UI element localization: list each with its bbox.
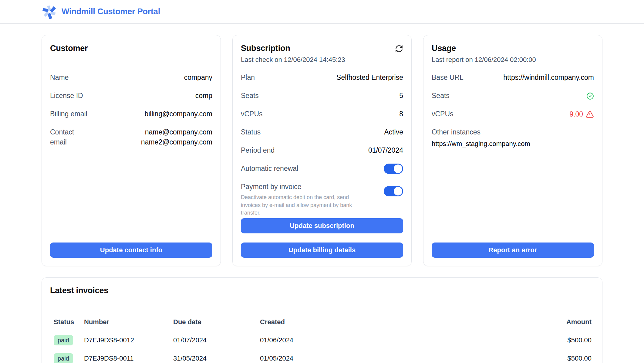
column-header-number: Number: [84, 313, 173, 331]
top-bar: Windmill Customer Portal: [0, 0, 644, 24]
contact-email-value-2: name2@company.com: [141, 137, 212, 147]
contact-email-value: name@company.com name2@company.com: [141, 127, 212, 148]
invoice-status-cell: paid: [50, 349, 84, 363]
status-row: Status Active: [241, 127, 403, 137]
toggle-knob: [394, 187, 402, 195]
app-title: Windmill Customer Portal: [62, 7, 160, 16]
usage-card-header: Usage Last report on 12/06/2024 02:00:00: [432, 43, 594, 73]
invoice-amount-cell: $500.00: [527, 331, 594, 349]
usage-seats-label: Seats: [432, 91, 450, 101]
payment-by-invoice-text: Payment by invoice Deactivate automatic …: [241, 182, 368, 217]
base-url-label: Base URL: [432, 73, 464, 83]
customer-name-row: Name company: [50, 73, 212, 83]
customer-card-title: Customer: [50, 43, 88, 54]
subscription-last-check: Last check on 12/06/2024 14:45:23: [241, 56, 345, 64]
payment-by-invoice-label: Payment by invoice: [241, 183, 301, 191]
payment-by-invoice-row: Payment by invoice Deactivate automatic …: [241, 182, 403, 210]
column-header-created: Created: [260, 313, 527, 331]
customer-billing-email-row: Billing email billing@company.com: [50, 109, 212, 119]
invoice-due-date-cell: 01/07/2024: [173, 331, 260, 349]
invoice-number-cell: D7EJ9DS8-0012: [84, 331, 173, 349]
customer-card-header: Customer: [50, 43, 212, 73]
period-end-row: Period end 01/07/2024: [241, 145, 403, 156]
automatic-renewal-toggle[interactable]: [384, 164, 403, 174]
other-instances-block: Other instances https://wm_staging.compa…: [432, 127, 594, 148]
license-id-label: License ID: [50, 91, 83, 101]
name-label: Name: [50, 73, 69, 83]
status-badge: paid: [54, 335, 73, 345]
refresh-icon: [395, 45, 403, 53]
invoice-due-date-cell: 31/05/2024: [173, 349, 260, 363]
usage-vcpus-value-wrap: 9.00: [569, 110, 594, 118]
refresh-button[interactable]: [395, 45, 403, 54]
status-value: Active: [384, 127, 403, 137]
usage-card-heading-block: Usage Last report on 12/06/2024 02:00:00: [432, 43, 536, 64]
report-an-error-button[interactable]: Report an error: [432, 243, 594, 258]
payment-by-invoice-description: Deactivate automatic debit on the card, …: [241, 194, 368, 217]
other-instances-value: https://wm_staging.company.com: [432, 140, 594, 148]
update-subscription-button[interactable]: Update subscription: [241, 218, 403, 233]
invoice-created-cell: 01/05/2024: [260, 349, 527, 363]
latest-invoices-card: Latest invoices Status Number Due date C…: [42, 277, 602, 363]
subscription-card-heading-block: Subscription Last check on 12/06/2024 14…: [241, 43, 345, 64]
check-circle-icon: [586, 92, 594, 100]
automatic-renewal-label: Automatic renewal: [241, 164, 298, 174]
name-value: company: [184, 73, 212, 83]
invoices-table-header-row: Status Number Due date Created Amount: [50, 313, 594, 331]
period-end-label: Period end: [241, 145, 275, 155]
usage-card-title: Usage: [432, 43, 536, 54]
billing-email-label: Billing email: [50, 109, 87, 119]
seats-value: 5: [399, 91, 403, 101]
page-content: Customer Name company License ID comp Bi…: [42, 35, 602, 363]
subscription-card-header: Subscription Last check on 12/06/2024 14…: [241, 43, 403, 73]
update-billing-details-button[interactable]: Update billing details: [241, 243, 403, 258]
period-end-value: 01/07/2024: [368, 145, 403, 155]
invoice-status-cell: paid: [50, 331, 84, 349]
plan-value: Selfhosted Enterprise: [336, 73, 403, 83]
usage-vcpus-row: vCPUs 9.00: [432, 109, 594, 119]
payment-by-invoice-toggle[interactable]: [384, 186, 403, 196]
usage-card-spacer: [432, 156, 594, 243]
usage-seats-row: Seats: [432, 91, 594, 101]
customer-card-spacer: [50, 155, 212, 243]
base-url-row: Base URL https://windmill.company.com: [432, 73, 594, 83]
column-header-due-date: Due date: [173, 313, 260, 331]
other-instances-label: Other instances: [432, 127, 594, 137]
invoice-row: paid D7EJ9DS8-0012 01/07/2024 01/06/2024…: [50, 331, 594, 349]
column-header-amount: Amount: [527, 313, 594, 331]
subscription-card: Subscription Last check on 12/06/2024 14…: [232, 35, 412, 266]
plan-label: Plan: [241, 73, 255, 83]
usage-vcpus-value: 9.00: [569, 110, 583, 118]
invoice-number-cell: D7EJ9DS8-0011: [84, 349, 173, 363]
invoice-row: paid D7EJ9DS8-0011 31/05/2024 01/05/2024…: [50, 349, 594, 363]
windmill-logo-icon: [41, 3, 58, 20]
customer-contact-email-row: Contact email name@company.com name2@com…: [50, 127, 212, 148]
usage-card: Usage Last report on 12/06/2024 02:00:00…: [423, 35, 602, 266]
usage-last-report: Last report on 12/06/2024 02:00:00: [432, 56, 536, 64]
invoices-table: Status Number Due date Created Amount pa…: [50, 313, 594, 363]
contact-email-label: Contact email: [50, 127, 82, 148]
latest-invoices-title: Latest invoices: [50, 286, 594, 295]
status-label: Status: [241, 127, 261, 137]
base-url-value: https://windmill.company.com: [503, 73, 594, 83]
vcpus-label: vCPUs: [241, 109, 263, 119]
automatic-renewal-row: Automatic renewal: [241, 164, 403, 174]
column-header-status: Status: [50, 313, 84, 331]
invoice-created-cell: 01/06/2024: [260, 331, 527, 349]
seats-label: Seats: [241, 91, 259, 101]
alert-triangle-icon: [586, 110, 594, 118]
subscription-seats-row: Seats 5: [241, 91, 403, 101]
subscription-vcpus-row: vCPUs 8: [241, 109, 403, 119]
subscription-card-title: Subscription: [241, 43, 345, 54]
plan-row: Plan Selfhosted Enterprise: [241, 73, 403, 83]
invoice-amount-cell: $500.00: [527, 349, 594, 363]
license-id-value: comp: [195, 91, 212, 101]
usage-vcpus-label: vCPUs: [432, 109, 453, 119]
status-badge: paid: [54, 353, 73, 363]
update-contact-info-button[interactable]: Update contact info: [50, 243, 212, 258]
customer-license-row: License ID comp: [50, 91, 212, 101]
toggle-knob: [394, 165, 402, 173]
customer-card: Customer Name company License ID comp Bi…: [42, 35, 221, 266]
contact-email-value-1: name@company.com: [141, 127, 212, 137]
billing-email-value: billing@company.com: [144, 109, 212, 119]
